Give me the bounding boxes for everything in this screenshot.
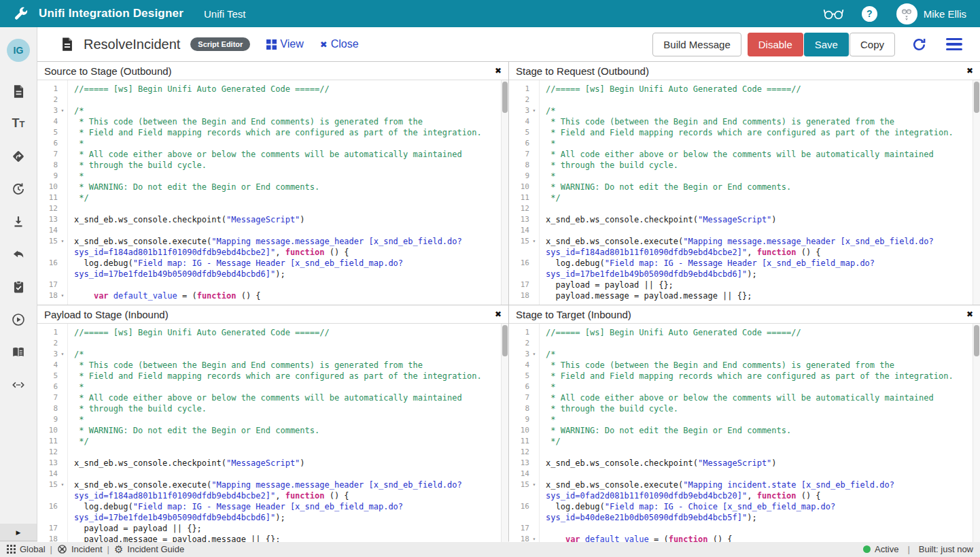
line-number: 11: [509, 192, 529, 203]
scrollbar-thumb[interactable]: [502, 325, 508, 356]
panel-close-icon[interactable]: ✖: [966, 310, 973, 318]
disable-button[interactable]: Disable: [748, 33, 803, 56]
code-text: * All code either above or below the com…: [539, 149, 934, 160]
scrollbar-thumb[interactable]: [502, 82, 508, 113]
code-line: 5 * Field and Field mapping records whic…: [37, 371, 508, 382]
panel-close-icon[interactable]: ✖: [495, 67, 502, 75]
code-editor[interactable]: 1//===== [ws] Begin Unifi Auto Generated…: [37, 80, 508, 305]
line-number-gutter: 13: [37, 214, 67, 225]
copy-button[interactable]: Copy: [850, 33, 895, 56]
status-separator: |: [903, 544, 914, 554]
scrollbar-thumb[interactable]: [974, 325, 979, 356]
environment-label[interactable]: Unifi Test: [204, 8, 245, 20]
fold-arrow-icon[interactable]: ▾: [58, 349, 67, 360]
fold-arrow-icon[interactable]: ▾: [529, 349, 539, 360]
help-icon[interactable]: ?: [862, 6, 877, 22]
code-line: 11 */: [509, 192, 980, 203]
close-link[interactable]: ✖ Close: [320, 38, 359, 50]
code-line: 2: [509, 338, 980, 349]
fold-arrow-icon: [58, 360, 67, 371]
code-icon[interactable]: [11, 377, 26, 392]
fold-arrow-icon: [58, 382, 67, 392]
book-icon[interactable]: [11, 345, 26, 360]
scrollbar[interactable]: [501, 324, 508, 542]
code-editor[interactable]: 1//===== [ws] Begin Unifi Auto Generated…: [37, 324, 508, 542]
play-circle-icon[interactable]: [11, 312, 26, 327]
statusbar-item-global[interactable]: Global: [7, 544, 46, 554]
fold-arrow-icon[interactable]: ▾: [58, 105, 67, 116]
code-editor[interactable]: 1//===== [ws] Begin Unifi Auto Generated…: [509, 80, 980, 305]
wrench-logo-icon[interactable]: [13, 6, 29, 22]
line-number-gutter: 10: [37, 182, 67, 192]
line-number-gutter: 17: [37, 280, 67, 290]
fold-arrow-icon: [529, 327, 539, 338]
code-line: 6 *: [509, 382, 980, 392]
view-link[interactable]: View: [266, 38, 303, 50]
scrollbar[interactable]: [973, 80, 980, 305]
line-number-gutter: 12: [509, 447, 539, 458]
user-name[interactable]: Mike Ellis: [924, 8, 966, 20]
fold-arrow-icon[interactable]: ▾: [58, 236, 67, 247]
code-line: 1//===== [ws] Begin Unifi Auto Generated…: [509, 84, 980, 95]
line-number: 7: [509, 392, 529, 403]
line-number-gutter: 3▾: [37, 349, 67, 360]
build-message-button[interactable]: Build Message: [652, 33, 741, 56]
statusbar-item-incident[interactable]: Incident: [57, 544, 103, 554]
code-text: log.debug("Field map: IG - Message Heade…: [539, 258, 875, 269]
fold-arrow-icon: [58, 95, 67, 105]
line-number-gutter: 12: [509, 203, 539, 214]
fold-arrow-icon[interactable]: ▾: [529, 479, 539, 490]
code-line: 16 log.debug("Field map: IG - Message He…: [37, 501, 508, 512]
line-number-gutter: [37, 247, 67, 258]
line-number-gutter: 15▾: [37, 236, 67, 247]
line-number: 13: [37, 458, 58, 469]
fold-arrow-icon[interactable]: ▾: [58, 479, 67, 490]
route-diamond-icon[interactable]: [11, 149, 26, 164]
fold-arrow-icon[interactable]: ▾: [58, 290, 67, 301]
refresh-icon[interactable]: [911, 37, 927, 52]
save-button[interactable]: Save: [804, 33, 849, 56]
line-number-gutter: 4: [37, 360, 67, 371]
fold-arrow-icon[interactable]: ▾: [529, 105, 539, 116]
code-text: * WARNING: Do not edit the Begin or End …: [539, 425, 791, 436]
line-number: 10: [509, 425, 529, 436]
tasks-clipboard-icon[interactable]: [11, 280, 26, 294]
document-icon[interactable]: [11, 84, 26, 99]
line-number: 15: [509, 236, 529, 247]
scrollbar[interactable]: [973, 324, 980, 542]
fold-arrow-icon: [529, 269, 539, 280]
fold-arrow-icon: [529, 512, 539, 523]
statusbar-item-incident-guide[interactable]: ⚙Incident Guide: [114, 544, 184, 554]
code-text: * Field and Field mapping records which …: [67, 371, 482, 382]
sidebar-collapse-arrow[interactable]: ▶: [0, 524, 37, 541]
line-number: 16: [509, 501, 529, 512]
ig-avatar[interactable]: IG: [7, 39, 30, 62]
code-text: payload = payload || {};: [67, 523, 202, 534]
line-number-gutter: 10: [509, 425, 539, 436]
user-avatar[interactable]: [896, 3, 917, 24]
fold-arrow-icon: [58, 192, 67, 203]
fold-arrow-icon: [529, 447, 539, 458]
code-editor[interactable]: 1//===== [ws] Begin Unifi Auto Generated…: [509, 324, 980, 542]
fold-arrow-icon[interactable]: ▾: [529, 236, 539, 247]
scrollbar-thumb[interactable]: [974, 82, 979, 113]
line-number: [509, 490, 529, 501]
code-line: sys_id=f184ad801b11f01090dfdb9ebd4bcbe2]…: [37, 490, 508, 501]
spectacles-icon[interactable]: [823, 7, 844, 20]
status-separator: |: [46, 544, 57, 554]
line-number-gutter: 5: [37, 371, 67, 382]
scrollbar[interactable]: [501, 80, 508, 305]
line-number-gutter: 9: [509, 171, 539, 182]
panel-close-icon[interactable]: ✖: [966, 67, 973, 75]
download-icon[interactable]: [11, 214, 26, 229]
line-number: 3: [37, 105, 58, 116]
code-text: payload.message = payload.message || {};: [67, 534, 280, 542]
fold-arrow-icon[interactable]: ▾: [529, 534, 539, 542]
panel-close-icon[interactable]: ✖: [495, 310, 502, 318]
history-icon[interactable]: [11, 182, 26, 197]
undo-icon[interactable]: [11, 247, 26, 262]
code-line: 10 * WARNING: Do not edit the Begin or E…: [37, 425, 508, 436]
hamburger-menu-icon[interactable]: [946, 38, 962, 51]
text-format-icon[interactable]: TT: [11, 116, 26, 131]
fold-arrow-icon: [529, 436, 539, 447]
